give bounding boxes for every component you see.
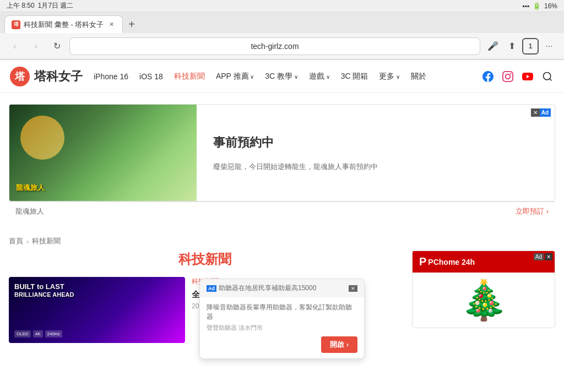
site-nav: iPhone 16 iOS 18 科技新聞 APP 推薦 3C 教學 遊戲 3C… bbox=[94, 72, 480, 81]
nav-item-games[interactable]: 遊戲 bbox=[309, 72, 330, 81]
overlay-ad-cta-button[interactable]: 開啟 › bbox=[321, 336, 357, 353]
tab-bar: 塔 科技新聞 彙整 - 塔科女子 ✕ + bbox=[0, 12, 564, 33]
ad-close-button[interactable]: ✕ bbox=[531, 108, 540, 117]
ad-cta-button[interactable]: 立即預訂 › bbox=[516, 206, 549, 216]
status-right: ▪▪▪ 🔋 16% bbox=[522, 2, 557, 10]
section-title: 科技新聞 bbox=[9, 251, 401, 268]
side-ad-box[interactable]: Ad ✕ P PChome 24h 🎄 bbox=[412, 251, 555, 328]
url-text: tech-girlz.com bbox=[251, 42, 299, 51]
ad-desc: 廢柴惡龍，今日開始逆轉龍生，龍魂旅人事前預約中 bbox=[213, 162, 538, 172]
address-bar[interactable]: tech-girlz.com bbox=[69, 37, 480, 55]
battery-level: 16% bbox=[544, 2, 557, 10]
website-content: 塔 塔科女子 iPhone 16 iOS 18 科技新聞 APP 推薦 3C 教… bbox=[0, 60, 564, 392]
side-ad-decoration: 🎄 bbox=[460, 281, 508, 319]
back-button[interactable]: ‹ bbox=[7, 38, 23, 55]
svg-text:塔: 塔 bbox=[14, 71, 25, 82]
ad-footer: 龍魂旅人 立即預訂 › bbox=[9, 202, 555, 221]
ad-image-inner: 龍魂旅人 bbox=[9, 105, 197, 201]
tab-title: 科技新聞 彙整 - 塔科女子 bbox=[24, 20, 104, 30]
nav-bar: ‹ › ↻ tech-girlz.com 🎤 ⬆ 1 ··· bbox=[0, 33, 564, 59]
more-button[interactable]: ··· bbox=[541, 38, 557, 55]
side-ad: Ad ✕ P PChome 24h 🎄 bbox=[412, 251, 555, 350]
tab-favicon: 塔 bbox=[12, 20, 20, 29]
active-tab[interactable]: 塔 科技新聞 彙整 - 塔科女子 ✕ bbox=[4, 15, 123, 33]
logo-icon: 塔 bbox=[9, 66, 31, 88]
side-ad-close-button[interactable]: ✕ bbox=[545, 253, 552, 260]
ad-banner-container: 龍魂旅人 事前預約中 廢柴惡龍，今日開始逆轉龍生，龍魂旅人事前預約中 Ad ✕ … bbox=[9, 104, 555, 221]
wifi-icon: ▪▪▪ bbox=[522, 2, 529, 10]
overlay-ad-close-button[interactable]: ✕ bbox=[349, 285, 357, 292]
nav-item-ios18[interactable]: iOS 18 bbox=[139, 72, 163, 81]
ad-banner-image: 龍魂旅人 bbox=[9, 105, 197, 201]
overlay-ad-title: 助聽器在地居民享補助最高15000 bbox=[219, 284, 316, 293]
nav-item-iphone16[interactable]: iPhone 16 bbox=[94, 72, 128, 81]
tab-count-button[interactable]: 1 bbox=[522, 38, 539, 55]
ad-badge: Ad bbox=[539, 108, 551, 117]
article-thumbnail: BUILT to LAST BRILLIANCE AHEAD OLED 4K 2… bbox=[9, 277, 185, 343]
status-time: 上午 8:50 bbox=[7, 1, 35, 10]
ad-banner[interactable]: 龍魂旅人 事前預約中 廢柴惡龍，今日開始逆轉龍生，龍魂旅人事前預約中 Ad ✕ bbox=[9, 104, 555, 202]
nav-item-app[interactable]: APP 推薦 bbox=[216, 72, 254, 81]
logo-text: 塔科女子 bbox=[34, 68, 83, 85]
overlay-ad-badge: Ad bbox=[207, 285, 216, 292]
status-left: 上午 8:50 1月7日 週二 bbox=[7, 1, 73, 10]
nav-item-tech-news[interactable]: 科技新聞 bbox=[174, 72, 205, 81]
overlay-ad: Ad 助聽器在地居民享補助最高15000 ✕ 降噪音助聽器長輩專用助聽器，客製化… bbox=[199, 279, 365, 359]
overlay-ad-desc: 降噪音助聽器長輩專用助聽器，客製化訂製款助聽器 bbox=[207, 303, 357, 322]
nav-item-3c-tutorial[interactable]: 3C 教學 bbox=[265, 72, 298, 81]
share-button[interactable]: ⬆ bbox=[503, 38, 520, 55]
overlay-ad-source: 聲聲助聽器 淡水門市 bbox=[207, 324, 357, 332]
site-social-icons bbox=[480, 69, 555, 84]
side-ad-label: Ad bbox=[534, 253, 544, 260]
breadcrumb-current: 科技新聞 bbox=[32, 236, 61, 246]
nav-item-about[interactable]: 關於 bbox=[411, 72, 426, 81]
nav-item-3c-unbox[interactable]: 3C 開箱 bbox=[341, 72, 368, 81]
svg-point-2 bbox=[544, 72, 551, 79]
site-header: 塔 塔科女子 iPhone 16 iOS 18 科技新聞 APP 推薦 3C 教… bbox=[0, 60, 564, 93]
ad-game-name: 龍魂旅人 bbox=[16, 183, 45, 193]
battery-icon: 🔋 bbox=[533, 2, 541, 10]
status-date: 1月7日 週二 bbox=[38, 1, 74, 10]
ad-footer-label: 龍魂旅人 bbox=[15, 206, 44, 216]
site-logo[interactable]: 塔 塔科女子 bbox=[9, 66, 83, 88]
facebook-icon[interactable] bbox=[480, 69, 496, 84]
search-icon[interactable] bbox=[540, 69, 555, 84]
forward-button[interactable]: › bbox=[28, 38, 44, 55]
nav-actions: 🎤 ⬆ 1 ··· bbox=[485, 38, 557, 55]
side-ad-image: 🎄 bbox=[413, 273, 555, 328]
breadcrumb: 首頁 › 科技新聞 bbox=[0, 232, 564, 251]
breadcrumb-sep: › bbox=[26, 237, 29, 246]
mic-button[interactable]: 🎤 bbox=[485, 38, 501, 55]
overlay-ad-header: Ad 助聽器在地居民享補助最高15000 ✕ bbox=[200, 279, 364, 297]
tab-close-button[interactable]: ✕ bbox=[107, 20, 116, 29]
browser-chrome: 塔 科技新聞 彙整 - 塔科女子 ✕ + ‹ › ↻ tech-girlz.co… bbox=[0, 12, 564, 60]
nav-item-more[interactable]: 更多 bbox=[379, 72, 400, 81]
overlay-ad-content: 降噪音助聽器長輩專用助聽器，客製化訂製款助聽器 聲聲助聽器 淡水門市 開啟 › bbox=[200, 297, 364, 358]
reload-button[interactable]: ↻ bbox=[48, 38, 65, 55]
status-bar: 上午 8:50 1月7日 週二 ▪▪▪ 🔋 16% bbox=[0, 0, 564, 12]
instagram-icon[interactable] bbox=[500, 69, 516, 84]
ad-content: 事前預約中 廢柴惡龍，今日開始逆轉龍生，龍魂旅人事前預約中 bbox=[197, 105, 555, 201]
new-tab-button[interactable]: + bbox=[123, 15, 140, 33]
youtube-icon[interactable] bbox=[520, 69, 535, 84]
breadcrumb-home[interactable]: 首頁 bbox=[9, 236, 23, 246]
ad-title: 事前預約中 bbox=[213, 134, 538, 151]
side-ad-brand: PChome 24h bbox=[428, 258, 475, 266]
